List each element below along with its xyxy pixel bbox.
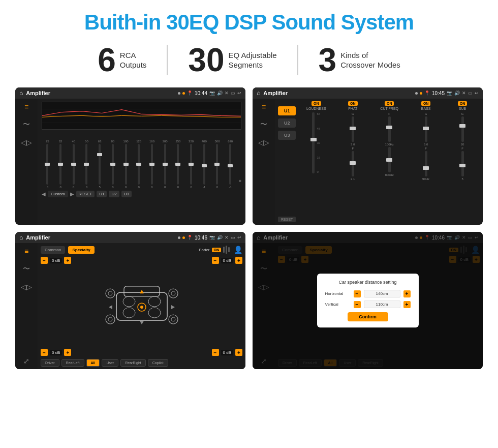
eq-track-200[interactable] xyxy=(164,144,166,185)
eq-prev-btn[interactable]: ◀ xyxy=(42,191,46,197)
home-icon-amp[interactable]: ⌂ xyxy=(257,89,260,97)
eq-thumb-40[interactable] xyxy=(71,163,76,166)
eq-track-320[interactable] xyxy=(190,144,192,185)
eq-track-630[interactable] xyxy=(229,144,231,185)
sidebar-amp-eq-icon[interactable]: ≡ xyxy=(262,103,266,111)
back-icon-cross[interactable]: ↩ xyxy=(237,235,241,240)
back-icon-amp[interactable]: ↩ xyxy=(475,91,479,96)
db-plus-rr[interactable]: + xyxy=(235,349,242,356)
sidebar-vol-icon[interactable]: ◁▷ xyxy=(21,138,32,146)
db-plus-rl[interactable]: + xyxy=(64,349,71,356)
tab-specialty-btn[interactable]: Specialty xyxy=(68,246,94,254)
cutfreq-thumb2[interactable] xyxy=(386,158,392,162)
bass-g-fader[interactable] xyxy=(425,116,427,142)
phat-f-thumb[interactable] xyxy=(350,161,356,165)
eq-track-80[interactable] xyxy=(112,144,114,185)
bass-f-fader[interactable] xyxy=(425,151,427,176)
sub-f-thumb[interactable] xyxy=(459,164,465,167)
db-plus-fl[interactable]: + xyxy=(64,257,71,264)
eq-thumb-32[interactable] xyxy=(58,163,63,166)
preset-u3-btn[interactable]: U3 xyxy=(278,131,296,140)
phat-f-fader[interactable] xyxy=(352,151,354,176)
fader-lines[interactable] xyxy=(223,246,230,254)
eq-thumb-200[interactable] xyxy=(163,163,168,166)
eq-thumb-400[interactable] xyxy=(202,164,207,167)
eq-thumb-100[interactable] xyxy=(123,163,129,166)
eq-track-500[interactable] xyxy=(216,144,218,185)
loudness-fader[interactable] xyxy=(312,112,315,173)
sidebar-cross-eq-icon[interactable]: ≡ xyxy=(24,247,28,255)
phat-g-fader[interactable] xyxy=(352,116,354,142)
phat-g-thumb[interactable] xyxy=(350,127,356,130)
sub-g-fader[interactable] xyxy=(461,116,464,142)
cutfreq-f-thumb[interactable] xyxy=(386,126,392,129)
eq-next-btn[interactable]: ▶ xyxy=(70,191,74,197)
loudness-thumb[interactable] xyxy=(310,138,317,141)
amp-reset-btn[interactable]: RESET xyxy=(278,217,296,222)
eq-chevron-right[interactable]: » xyxy=(239,178,242,189)
amp2-presets: U1 U2 U3 RESET xyxy=(278,101,296,222)
copilot-btn[interactable]: Copilot xyxy=(148,359,168,367)
eq-thumb-50[interactable] xyxy=(84,163,89,166)
rearright-btn[interactable]: RearRight xyxy=(120,359,146,367)
sub-f-fader[interactable] xyxy=(461,151,464,176)
home-icon-cross[interactable]: ⌂ xyxy=(19,234,23,241)
sidebar-amp-wave-icon[interactable]: 〜 xyxy=(260,120,267,129)
eq-reset-btn[interactable]: RESET xyxy=(76,191,95,197)
cutfreq-f-fader[interactable] xyxy=(388,116,391,142)
eq-u3-btn[interactable]: U3 xyxy=(121,191,132,197)
sidebar-cross-expand-icon[interactable]: ⤢ xyxy=(23,357,29,365)
sidebar-cross-wave-icon[interactable]: 〜 xyxy=(23,264,30,274)
preset-u2-btn[interactable]: U2 xyxy=(278,118,296,128)
db-minus-fr[interactable]: − xyxy=(212,257,219,264)
preset-u1-btn[interactable]: U1 xyxy=(278,106,296,115)
eq-thumb-630[interactable] xyxy=(228,164,233,167)
tab-common-btn[interactable]: Common xyxy=(41,246,65,254)
sidebar-cross-vol-icon[interactable]: ◁▷ xyxy=(21,283,32,291)
db-minus-fl[interactable]: − xyxy=(41,257,48,264)
eq-track-125[interactable] xyxy=(138,144,140,185)
cutfreq-fader2[interactable] xyxy=(388,147,391,172)
eq-thumb-160[interactable] xyxy=(149,163,154,166)
eq-track-40[interactable] xyxy=(73,144,75,185)
dialog-horizontal-plus[interactable]: + xyxy=(403,290,411,297)
dialog-vertical-plus[interactable]: + xyxy=(403,301,411,308)
dialog-vertical-minus[interactable]: − xyxy=(354,301,361,308)
eq-track-250[interactable] xyxy=(177,144,179,185)
driver-btn[interactable]: Driver xyxy=(41,359,59,367)
confirm-button[interactable]: Confirm xyxy=(348,312,388,321)
screen-content-cross: ≡ 〜 ◁▷ ⤢ Common Specialty Fader ON xyxy=(15,243,245,369)
bass-f-thumb[interactable] xyxy=(423,166,429,170)
user-btn[interactable]: User xyxy=(102,359,118,367)
bass-g-thumb[interactable] xyxy=(423,127,429,130)
eq-track-63[interactable] xyxy=(99,144,101,185)
eq-u1-btn[interactable]: U1 xyxy=(97,191,107,197)
rearleft-btn[interactable]: RearLeft xyxy=(61,359,84,367)
eq-thumb-63[interactable] xyxy=(97,153,102,156)
eq-track-400[interactable] xyxy=(203,144,205,185)
dialog-horizontal-minus[interactable]: − xyxy=(354,290,361,297)
db-minus-rr[interactable]: − xyxy=(212,349,219,356)
eq-thumb-320[interactable] xyxy=(189,163,194,166)
eq-thumb-80[interactable] xyxy=(110,163,115,166)
sidebar-wave-icon[interactable]: 〜 xyxy=(23,120,30,129)
db-minus-rl[interactable]: − xyxy=(41,349,48,356)
eq-thumb-25[interactable] xyxy=(45,163,50,166)
sidebar-eq-icon[interactable]: ≡ xyxy=(24,103,28,111)
back-icon-eq[interactable]: ↩ xyxy=(237,91,241,96)
eq-track-160[interactable] xyxy=(151,144,153,185)
eq-track-100[interactable] xyxy=(125,144,127,185)
eq-thumb-500[interactable] xyxy=(214,163,220,166)
screen-crossover-dialog: ⌂ Amplifier 📍 10:46 📷 🔊 ✕ ▭ ↩ ≡ 〜 xyxy=(253,232,483,369)
all-btn[interactable]: All xyxy=(86,359,100,367)
eq-thumb-125[interactable] xyxy=(136,163,141,166)
eq-track-25[interactable] xyxy=(46,144,48,185)
sub-g-thumb[interactable] xyxy=(459,124,465,128)
eq-track-50[interactable] xyxy=(85,144,87,185)
db-plus-fr[interactable]: + xyxy=(235,257,242,264)
home-icon-eq[interactable]: ⌂ xyxy=(19,89,23,97)
sidebar-amp-vol-icon[interactable]: ◁▷ xyxy=(258,138,269,146)
eq-thumb-250[interactable] xyxy=(175,163,180,166)
eq-track-32[interactable] xyxy=(59,144,61,185)
eq-u2-btn[interactable]: U2 xyxy=(109,191,119,197)
